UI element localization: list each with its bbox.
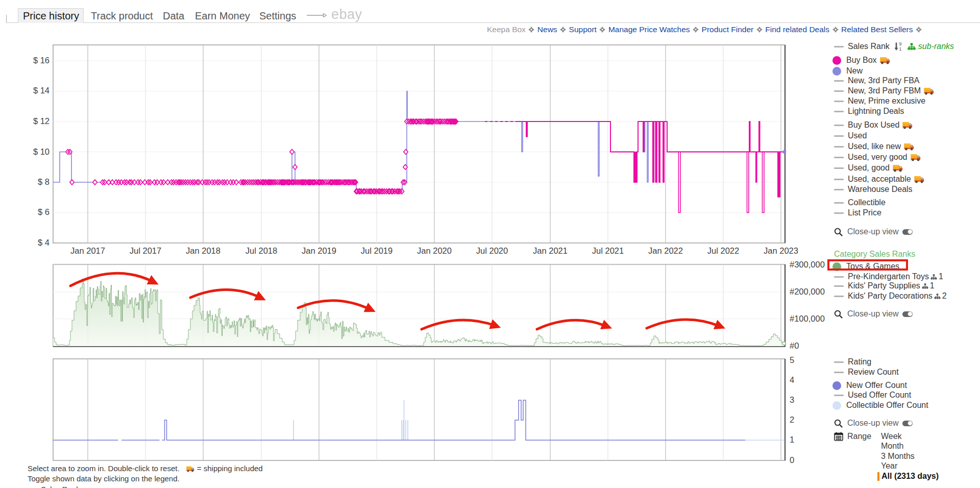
svg-text:1: 1 (899, 46, 901, 51)
svg-text:9: 9 (899, 42, 901, 46)
